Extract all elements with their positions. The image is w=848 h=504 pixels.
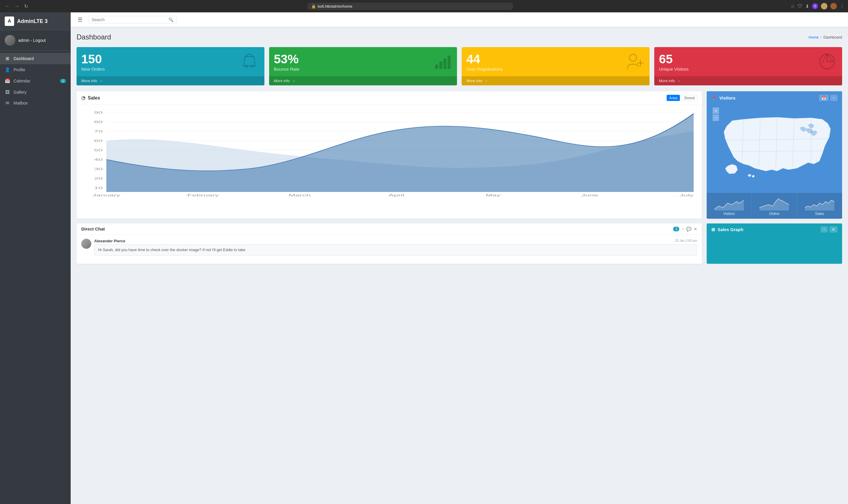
- sidebar-item-mailbox[interactable]: ✉ Mailbox: [0, 97, 71, 109]
- svg-marker-43: [759, 199, 789, 211]
- visitors-number: 65: [659, 53, 837, 65]
- svg-rect-5: [448, 56, 451, 69]
- svg-rect-3: [439, 61, 442, 69]
- extensions-icon[interactable]: 9: [812, 3, 818, 9]
- chat-message: Alexander Pierce 23 Jan 2:00 pm Hi Sarah…: [81, 239, 697, 255]
- visitors-card-title: 📍 Visitors: [711, 95, 736, 101]
- visitors-footer[interactable]: More info →: [654, 76, 842, 85]
- chat-bubble-button[interactable]: 💬: [686, 227, 691, 231]
- address-bar[interactable]: 🔒: [307, 3, 513, 10]
- avatar-icon[interactable]: [830, 3, 837, 10]
- bottom-grid: Direct Chat 3 − 💬 ✕: [76, 223, 842, 264]
- sidebar-brand: A AdminLTE 3: [0, 12, 71, 30]
- breadcrumb-current: Dashboard: [823, 35, 842, 39]
- orders-label: New Orders: [81, 67, 260, 72]
- svg-text:80: 80: [94, 120, 103, 124]
- topbar: ☰ 🔍: [71, 12, 848, 27]
- mailbox-icon: ✉: [5, 101, 10, 106]
- refresh-button[interactable]: ↻: [22, 2, 30, 10]
- brand-name: AdminLTE 3: [17, 18, 48, 24]
- svg-text:January: January: [92, 194, 121, 197]
- svg-text:40: 40: [94, 158, 103, 161]
- visitors-more-info: More info: [659, 78, 675, 83]
- donut-chart-button[interactable]: Donut: [682, 95, 697, 101]
- svg-text:April: April: [389, 194, 404, 197]
- visitors-label: Unique Visitors: [659, 67, 837, 72]
- sales-graph-header: ⊞ Sales Graph − ✕: [707, 223, 842, 235]
- svg-text:June: June: [581, 194, 598, 197]
- sales-graph-title: ⊞ Sales Graph: [711, 227, 743, 232]
- svg-marker-44: [805, 200, 834, 211]
- sidebar-item-gallery[interactable]: 🖼 Gallery: [0, 87, 71, 97]
- svg-text:30: 30: [94, 167, 103, 171]
- sidebar-user[interactable]: admin - Logout: [0, 30, 71, 51]
- us-map-svg: [710, 107, 839, 190]
- sales-card-title: ◔ Sales: [81, 95, 100, 101]
- map-zoom-in-button[interactable]: +: [712, 107, 719, 114]
- sidebar-label-calendar: Calendar: [14, 78, 30, 83]
- sales-title-text: Sales: [88, 95, 100, 101]
- visitors-footer: Visitors Online: [707, 193, 842, 219]
- svg-text:50: 50: [94, 148, 103, 152]
- sales-graph-card: ⊞ Sales Graph − ✕: [707, 223, 842, 264]
- reg-arrow-icon: →: [484, 78, 488, 83]
- bounce-number: 53%: [274, 53, 452, 65]
- search-input[interactable]: [92, 17, 167, 22]
- sales-graph-minimize-button[interactable]: −: [820, 227, 828, 233]
- menu-icon[interactable]: ⋮: [840, 3, 845, 9]
- chat-msg-bubble: Hi Sarah, did you have time to check ove…: [94, 244, 697, 255]
- forward-button[interactable]: →: [13, 2, 21, 10]
- search-icon[interactable]: 🔍: [168, 17, 174, 22]
- direct-chat-header: Direct Chat 3 − 💬 ✕: [76, 223, 702, 235]
- visitors-icon: [817, 51, 837, 76]
- visitors-footer-label-sales: Sales: [800, 212, 839, 216]
- calendar-badge: 2: [60, 79, 66, 83]
- sales-graph-tools: − ✕: [820, 227, 837, 233]
- bounce-arrow-icon: →: [291, 78, 295, 83]
- profile-icon[interactable]: [821, 3, 827, 10]
- menu-toggle-button[interactable]: ☰: [75, 15, 85, 24]
- sidebar-label-dashboard: Dashboard: [14, 56, 34, 61]
- browser-nav-buttons: ← → ↻: [3, 2, 30, 10]
- sales-graph-close-button[interactable]: ✕: [829, 227, 837, 233]
- area-chart-button[interactable]: Area: [667, 95, 680, 101]
- visitors-card: 📍 Visitors 📅 − + −: [707, 91, 842, 219]
- visitors-calendar-button[interactable]: 📅: [819, 95, 829, 101]
- url-input[interactable]: [318, 4, 509, 8]
- reg-footer[interactable]: More info →: [462, 76, 650, 85]
- gallery-icon: 🖼: [5, 90, 10, 94]
- visitors-mini-chart: [710, 196, 748, 211]
- reg-label: User Registrations: [466, 67, 645, 72]
- app-wrapper: A AdminLTE 3 admin - Logout ⊞ Dashboard …: [0, 12, 848, 504]
- breadcrumb-home-link[interactable]: Home: [809, 35, 819, 39]
- search-bar[interactable]: 🔍: [88, 16, 177, 23]
- map-zoom-out-button[interactable]: −: [712, 114, 719, 121]
- sidebar-username: admin - Logout: [18, 38, 46, 43]
- bounce-icon: [432, 51, 452, 76]
- sales-graph-title-text: Sales Graph: [718, 227, 743, 232]
- page-title: Dashboard: [76, 33, 111, 41]
- download-icon[interactable]: ⬇: [805, 3, 809, 9]
- visitors-arrow-icon: →: [676, 78, 681, 83]
- sidebar-item-calendar[interactable]: 📅 Calendar 2: [0, 75, 71, 87]
- sidebar-nav: ⊞ Dashboard 👤 Profile 📅 Calendar 2 🖼 Gal…: [0, 51, 71, 504]
- brand-logo: A: [5, 17, 14, 26]
- chat-tools: 3 − 💬 ✕: [673, 227, 697, 231]
- bookmark-icon[interactable]: ☆: [791, 3, 795, 9]
- orders-footer[interactable]: More info →: [76, 76, 265, 85]
- svg-rect-2: [435, 65, 438, 69]
- dashboard-grid: ◔ Sales Area Donut: [76, 91, 842, 219]
- visitors-footer-visitors: Visitors: [707, 193, 752, 219]
- chat-minimize-button[interactable]: −: [682, 227, 684, 231]
- profile-nav-icon: 👤: [5, 67, 10, 72]
- info-box-visitors: 65 Unique Visitors More info →: [654, 47, 842, 85]
- visitors-minimize-button[interactable]: −: [830, 95, 837, 101]
- chat-close-button[interactable]: ✕: [694, 227, 697, 231]
- browser-right-icons: ☆ 🛡 ⬇ 9 ⋮: [791, 3, 845, 10]
- sidebar-item-profile[interactable]: 👤 Profile: [0, 64, 71, 75]
- back-button[interactable]: ←: [3, 2, 12, 10]
- sidebar-item-dashboard[interactable]: ⊞ Dashboard: [0, 53, 71, 64]
- shield-icon[interactable]: 🛡: [798, 3, 802, 9]
- visitors-footer-label-online: Online: [755, 212, 794, 216]
- bounce-footer[interactable]: More info →: [269, 76, 457, 85]
